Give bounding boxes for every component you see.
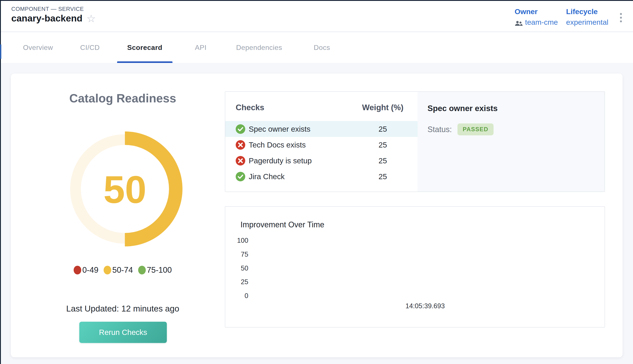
favorite-star-icon[interactable]: ☆ [86,14,96,24]
scorecard-card: Catalog Readiness 50 0-49 50-74 75-100 L [11,74,622,357]
status-badge: PASSED [458,124,494,135]
check-row-pagerduty[interactable]: Pagerduty is setup 25 [225,153,417,168]
weight-column-header: Weight (%) [348,103,417,112]
content-area: Catalog Readiness 50 0-49 50-74 75-100 L [1,63,633,364]
gauge-title: Catalog Readiness [11,91,235,105]
legend-item-low: 0-49 [74,266,98,275]
check-detail-status-row: Status: PASSED [428,124,494,135]
check-row-spec-owner[interactable]: Spec owner exists 25 [225,121,417,137]
checks-table-header: Checks Weight (%) [225,103,417,112]
check-passed-icon [236,172,245,181]
tab-docs[interactable]: Docs [307,32,337,63]
y-axis-tick-25: 25 [225,278,248,286]
tab-scorecard[interactable]: Scorecard [117,32,172,63]
owner-link[interactable]: team-cme [525,18,558,26]
readiness-gauge-chart: 50 [64,128,186,250]
tab-dependencies[interactable]: Dependencies [231,32,288,63]
y-axis-tick-50: 50 [225,264,248,272]
rerun-checks-button[interactable]: Rerun Checks [79,322,167,343]
sidebar-active-indicator [0,44,1,59]
team-icon [515,20,523,25]
gauge-legend: 0-49 50-74 75-100 [11,266,235,275]
check-detail-title: Spec owner exists [428,104,498,113]
page-title: canary-backend [11,13,82,24]
legend-dot-yellow [104,266,111,274]
entity-header: COMPONENT — SERVICE canary-backend ☆ Own… [1,1,633,32]
legend-item-mid: 50-74 [104,266,133,275]
improvement-chart: Improvement Over Time 100 75 50 25 0 14:… [225,206,605,328]
y-axis-tick-0: 0 [225,292,248,300]
y-axis-tick-75: 75 [225,250,248,258]
owner-block: Owner team-cme [515,8,558,26]
check-detail-panel: Spec owner exists Status: PASSED [417,92,604,192]
lifecycle-block: Lifecycle experimental [566,8,608,26]
checks-column-header: Checks [225,103,348,112]
check-row-tech-docs[interactable]: Tech Docs exists 25 [225,137,417,153]
last-updated-text: Last Updated: 12 minutes ago [11,304,235,314]
owner-label: Owner [515,8,558,16]
lifecycle-value: experimental [566,18,608,26]
legend-item-high: 75-100 [138,266,172,275]
tab-cicd[interactable]: CI/CD [75,32,105,63]
x-axis-tick-timestamp: 14:05:39.693 [392,302,458,310]
gauge-score-value: 50 [103,168,146,211]
window-top-edge [0,0,633,1]
check-failed-icon [236,156,245,166]
check-row-jira[interactable]: Jira Check 25 [225,168,417,184]
y-axis-tick-100: 100 [225,237,248,244]
legend-label-high: 75-100 [147,266,172,275]
checks-rows: Spec owner exists 25 Tech Docs exists 25 [225,121,417,184]
tab-overview[interactable]: Overview [17,32,59,63]
improvement-chart-title: Improvement Over Time [241,220,324,229]
lifecycle-label: Lifecycle [566,8,608,16]
checks-table: Checks Weight (%) Spec owner exists 25 [225,92,417,192]
more-options-kebab-icon[interactable] [619,12,623,23]
legend-dot-red [74,266,81,274]
legend-label-low: 0-49 [82,266,98,275]
entity-tabbar: Overview CI/CD Scorecard API Dependencie… [1,32,633,63]
legend-label-mid: 50-74 [112,266,133,275]
check-failed-icon [236,140,245,150]
tab-api[interactable]: API [187,32,215,63]
entity-kind-label: COMPONENT — SERVICE [11,6,84,12]
status-label: Status: [428,125,452,134]
check-passed-icon [236,124,245,134]
legend-dot-green [138,266,146,274]
checks-panel: Checks Weight (%) Spec owner exists 25 [225,91,605,192]
